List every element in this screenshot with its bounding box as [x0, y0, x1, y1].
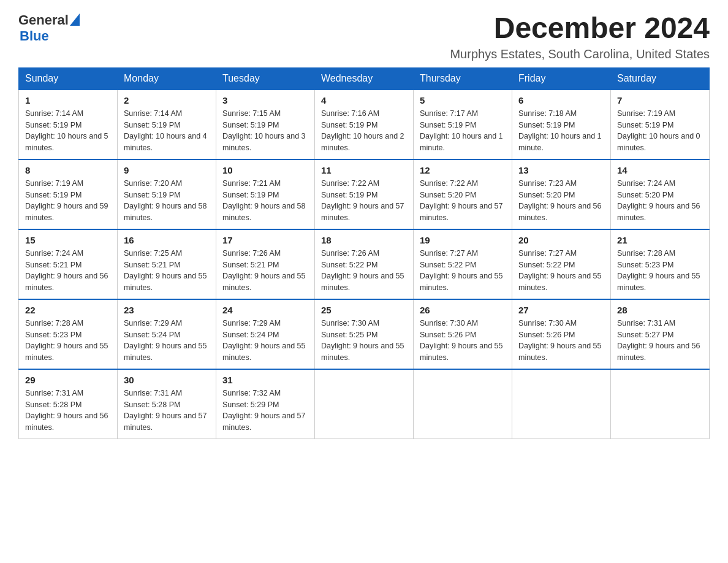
location-title: Murphys Estates, South Carolina, United … [450, 47, 710, 61]
calendar-cell: 5Sunrise: 7:17 AMSunset: 5:19 PMDaylight… [414, 90, 512, 159]
day-number: 13 [518, 165, 604, 175]
day-info: Sunrise: 7:26 AMSunset: 5:22 PMDaylight:… [321, 248, 407, 294]
day-number: 9 [124, 165, 210, 175]
calendar-week-row: 29Sunrise: 7:31 AMSunset: 5:28 PMDayligh… [19, 369, 710, 439]
day-info: Sunrise: 7:20 AMSunset: 5:19 PMDaylight:… [124, 178, 210, 224]
calendar-week-row: 1Sunrise: 7:14 AMSunset: 5:19 PMDaylight… [19, 90, 710, 159]
day-info: Sunrise: 7:27 AMSunset: 5:22 PMDaylight:… [420, 248, 506, 294]
calendar-cell: 15Sunrise: 7:24 AMSunset: 5:21 PMDayligh… [19, 229, 118, 299]
calendar-cell: 11Sunrise: 7:22 AMSunset: 5:19 PMDayligh… [315, 159, 414, 229]
calendar-cell: 18Sunrise: 7:26 AMSunset: 5:22 PMDayligh… [315, 229, 414, 299]
calendar-cell: 23Sunrise: 7:29 AMSunset: 5:24 PMDayligh… [118, 299, 216, 369]
day-info: Sunrise: 7:19 AMSunset: 5:19 PMDaylight:… [25, 178, 111, 224]
calendar-cell: 21Sunrise: 7:28 AMSunset: 5:23 PMDayligh… [611, 229, 710, 299]
day-info: Sunrise: 7:24 AMSunset: 5:20 PMDaylight:… [617, 178, 703, 224]
day-info: Sunrise: 7:22 AMSunset: 5:19 PMDaylight:… [321, 178, 407, 224]
calendar-week-row: 8Sunrise: 7:19 AMSunset: 5:19 PMDaylight… [19, 159, 710, 229]
calendar-header-tuesday: Tuesday [216, 67, 315, 90]
day-info: Sunrise: 7:25 AMSunset: 5:21 PMDaylight:… [124, 248, 210, 294]
calendar-cell: 26Sunrise: 7:30 AMSunset: 5:26 PMDayligh… [414, 299, 512, 369]
calendar-cell: 22Sunrise: 7:28 AMSunset: 5:23 PMDayligh… [19, 299, 118, 369]
logo-line1: General [18, 12, 80, 28]
calendar-cell: 7Sunrise: 7:19 AMSunset: 5:19 PMDaylight… [611, 90, 710, 159]
calendar-cell: 28Sunrise: 7:31 AMSunset: 5:27 PMDayligh… [611, 299, 710, 369]
day-number: 20 [518, 235, 604, 245]
calendar-header-wednesday: Wednesday [315, 67, 414, 90]
calendar-cell: 12Sunrise: 7:22 AMSunset: 5:20 PMDayligh… [414, 159, 512, 229]
day-number: 15 [25, 235, 111, 245]
day-info: Sunrise: 7:30 AMSunset: 5:25 PMDaylight:… [321, 318, 407, 364]
day-info: Sunrise: 7:29 AMSunset: 5:24 PMDaylight:… [222, 318, 308, 364]
calendar-cell: 9Sunrise: 7:20 AMSunset: 5:19 PMDaylight… [118, 159, 216, 229]
calendar-week-row: 22Sunrise: 7:28 AMSunset: 5:23 PMDayligh… [19, 299, 710, 369]
day-number: 31 [222, 375, 308, 385]
logo-triangle-icon [70, 13, 80, 26]
day-info: Sunrise: 7:15 AMSunset: 5:19 PMDaylight:… [222, 108, 308, 154]
day-number: 16 [124, 235, 210, 245]
day-info: Sunrise: 7:26 AMSunset: 5:21 PMDaylight:… [222, 248, 308, 294]
day-number: 25 [321, 305, 407, 315]
day-info: Sunrise: 7:29 AMSunset: 5:24 PMDaylight:… [124, 318, 210, 364]
day-number: 12 [420, 165, 506, 175]
day-info: Sunrise: 7:18 AMSunset: 5:19 PMDaylight:… [518, 108, 604, 154]
day-info: Sunrise: 7:16 AMSunset: 5:19 PMDaylight:… [321, 108, 407, 154]
day-number: 3 [222, 95, 308, 105]
day-info: Sunrise: 7:28 AMSunset: 5:23 PMDaylight:… [617, 248, 703, 294]
page-header: General Blue December 2024 Murphys Estat… [18, 12, 710, 61]
day-info: Sunrise: 7:31 AMSunset: 5:27 PMDaylight:… [617, 318, 703, 364]
day-info: Sunrise: 7:27 AMSunset: 5:22 PMDaylight:… [518, 248, 604, 294]
calendar-cell: 29Sunrise: 7:31 AMSunset: 5:28 PMDayligh… [19, 369, 118, 439]
calendar-cell: 17Sunrise: 7:26 AMSunset: 5:21 PMDayligh… [216, 229, 315, 299]
calendar-header-sunday: Sunday [19, 67, 118, 90]
calendar-cell: 6Sunrise: 7:18 AMSunset: 5:19 PMDaylight… [512, 90, 611, 159]
calendar-cell: 2Sunrise: 7:14 AMSunset: 5:19 PMDaylight… [118, 90, 216, 159]
day-number: 29 [25, 375, 111, 385]
calendar-cell [315, 369, 414, 439]
day-number: 5 [420, 95, 506, 105]
day-info: Sunrise: 7:31 AMSunset: 5:28 PMDaylight:… [124, 388, 210, 434]
day-number: 2 [124, 95, 210, 105]
calendar-cell: 31Sunrise: 7:32 AMSunset: 5:29 PMDayligh… [216, 369, 315, 439]
day-info: Sunrise: 7:14 AMSunset: 5:19 PMDaylight:… [25, 108, 111, 154]
month-title: December 2024 [450, 12, 710, 45]
calendar-cell: 30Sunrise: 7:31 AMSunset: 5:28 PMDayligh… [118, 369, 216, 439]
day-info: Sunrise: 7:31 AMSunset: 5:28 PMDaylight:… [25, 388, 111, 434]
day-number: 18 [321, 235, 407, 245]
calendar-cell [414, 369, 512, 439]
day-number: 19 [420, 235, 506, 245]
logo: General Blue [18, 12, 80, 44]
calendar-cell: 24Sunrise: 7:29 AMSunset: 5:24 PMDayligh… [216, 299, 315, 369]
day-number: 17 [222, 235, 308, 245]
calendar-cell: 10Sunrise: 7:21 AMSunset: 5:19 PMDayligh… [216, 159, 315, 229]
day-number: 22 [25, 305, 111, 315]
calendar-cell: 20Sunrise: 7:27 AMSunset: 5:22 PMDayligh… [512, 229, 611, 299]
day-number: 24 [222, 305, 308, 315]
day-number: 8 [25, 165, 111, 175]
logo-blue-text: Blue [20, 28, 49, 44]
calendar-cell: 13Sunrise: 7:23 AMSunset: 5:20 PMDayligh… [512, 159, 611, 229]
calendar-cell: 8Sunrise: 7:19 AMSunset: 5:19 PMDaylight… [19, 159, 118, 229]
calendar-table: SundayMondayTuesdayWednesdayThursdayFrid… [18, 67, 710, 439]
day-number: 28 [617, 305, 703, 315]
day-info: Sunrise: 7:30 AMSunset: 5:26 PMDaylight:… [518, 318, 604, 364]
calendar-header-friday: Friday [512, 67, 611, 90]
day-number: 11 [321, 165, 407, 175]
day-info: Sunrise: 7:14 AMSunset: 5:19 PMDaylight:… [124, 108, 210, 154]
calendar-cell: 19Sunrise: 7:27 AMSunset: 5:22 PMDayligh… [414, 229, 512, 299]
day-number: 27 [518, 305, 604, 315]
day-info: Sunrise: 7:28 AMSunset: 5:23 PMDaylight:… [25, 318, 111, 364]
day-number: 6 [518, 95, 604, 105]
day-info: Sunrise: 7:24 AMSunset: 5:21 PMDaylight:… [25, 248, 111, 294]
day-number: 1 [25, 95, 111, 105]
day-number: 4 [321, 95, 407, 105]
title-section: December 2024 Murphys Estates, South Car… [450, 12, 710, 61]
calendar-cell [512, 369, 611, 439]
day-info: Sunrise: 7:23 AMSunset: 5:20 PMDaylight:… [518, 178, 604, 224]
day-info: Sunrise: 7:30 AMSunset: 5:26 PMDaylight:… [420, 318, 506, 364]
day-number: 26 [420, 305, 506, 315]
calendar-week-row: 15Sunrise: 7:24 AMSunset: 5:21 PMDayligh… [19, 229, 710, 299]
day-info: Sunrise: 7:17 AMSunset: 5:19 PMDaylight:… [420, 108, 506, 154]
calendar-cell: 25Sunrise: 7:30 AMSunset: 5:25 PMDayligh… [315, 299, 414, 369]
day-number: 21 [617, 235, 703, 245]
logo-general-text: General [18, 12, 69, 28]
